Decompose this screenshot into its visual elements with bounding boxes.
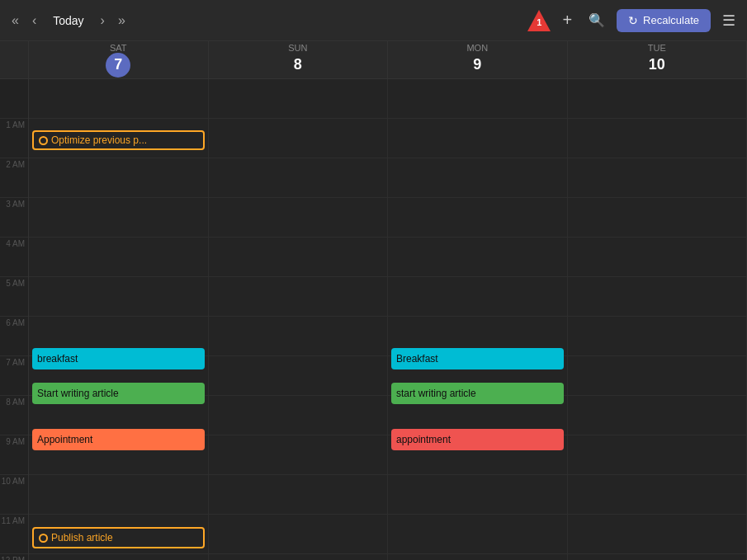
day-label-sat: SAT — [110, 43, 127, 53]
day-label-mon: MON — [466, 43, 488, 53]
event-label: Optimize previous p... — [51, 134, 147, 146]
day-headers: SAT 7 SUN 8 MON 9 TUE 10 — [0, 41, 747, 79]
calendar-body: 1 AM2 AM3 AM4 AM5 AM6 AM7 AM8 AM9 AM10 A… — [0, 79, 747, 560]
day-num-sat: 7 — [106, 53, 130, 78]
day-label-sun: SUN — [288, 43, 307, 53]
day-num-tue: 10 — [645, 53, 669, 78]
nav-next-next-button[interactable]: » — [113, 10, 130, 31]
menu-button[interactable]: ☰ — [717, 8, 740, 33]
header-actions: 1 + 🔍 ↻ Recalculate ☰ — [527, 7, 740, 33]
add-button[interactable]: + — [557, 7, 577, 33]
event-label: Publish article — [51, 532, 113, 544]
alert-count: 1 — [537, 17, 541, 27]
today-button[interactable]: Today — [45, 11, 92, 31]
recalculate-label: Recalculate — [643, 14, 699, 26]
search-button[interactable]: 🔍 — [584, 9, 610, 31]
recalc-icon: ↻ — [628, 14, 638, 27]
day-col-sat: Optimize previous p...breakfastStart wri… — [29, 79, 209, 560]
day-label-tue: TUE — [648, 43, 666, 53]
day-num-mon: 9 — [465, 53, 489, 78]
event-sat-start-writing[interactable]: Start writing article — [32, 383, 205, 404]
recalculate-button[interactable]: ↻ Recalculate — [617, 9, 711, 32]
event-sat-appointment[interactable]: Appointment — [32, 429, 205, 450]
nav-prev-button[interactable]: ‹ — [27, 10, 41, 31]
event-mon-start-writing[interactable]: start writing article — [391, 383, 564, 404]
day-num-sun: 8 — [286, 53, 310, 78]
time-gutter: 1 AM2 AM3 AM4 AM5 AM6 AM7 AM8 AM9 AM10 A… — [0, 79, 29, 560]
day-col-mon: Breakfaststart writing articleappointmen… — [388, 79, 568, 560]
day-header-mon: MON 9 — [388, 41, 568, 78]
nav-prev-prev-button[interactable]: « — [7, 10, 24, 31]
app-header: « ‹ Today › » 1 + 🔍 ↻ Recalculate ☰ — [0, 0, 747, 41]
day-col-tue — [568, 79, 748, 560]
alert-badge[interactable]: 1 — [527, 9, 551, 32]
event-mon-breakfast[interactable]: Breakfast — [391, 348, 564, 369]
nav-controls: « ‹ Today › » — [7, 10, 524, 31]
nav-next-button[interactable]: › — [96, 10, 110, 31]
day-header-sun: SUN 8 — [209, 41, 389, 78]
event-sat-optimize[interactable]: Optimize previous p... — [32, 130, 205, 150]
day-header-tue: TUE 10 — [568, 41, 748, 78]
event-mon-appointment[interactable]: appointment — [391, 429, 564, 450]
event-sat-publish[interactable]: Publish article — [32, 527, 205, 548]
day-col-sun — [209, 79, 389, 560]
event-sat-breakfast[interactable]: breakfast — [32, 348, 205, 369]
time-gutter-header — [0, 41, 29, 78]
day-header-sat: SAT 7 — [29, 41, 209, 78]
